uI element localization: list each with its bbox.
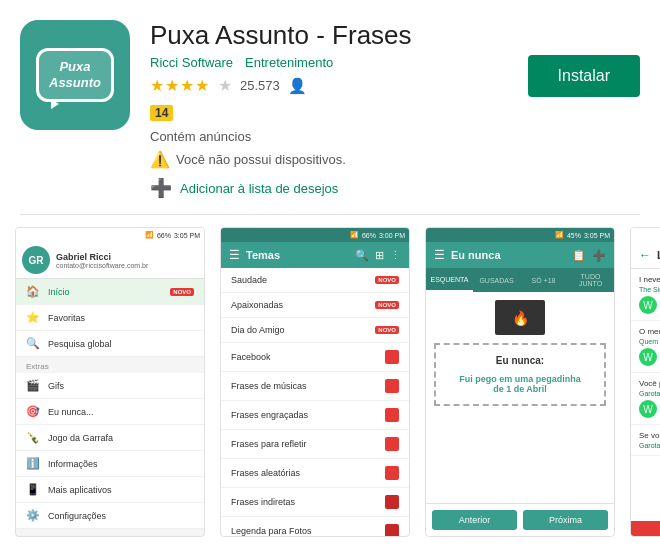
btn-proxima[interactable]: Próxima bbox=[523, 510, 608, 530]
ss2-title: Temas bbox=[246, 249, 349, 261]
tab-tudo[interactable]: TUDO JUNTO bbox=[567, 268, 614, 292]
app-info: Puxa Assunto - Frases Ricci Software Ent… bbox=[150, 20, 508, 199]
ads-row: Contém anúncios bbox=[150, 129, 508, 144]
warning-text: Você não possui dispositivos. bbox=[176, 152, 346, 167]
more-icon-ss2[interactable]: ⋮ bbox=[390, 249, 401, 262]
wishlist-text: Adicionar à lista de desejos bbox=[180, 181, 338, 196]
age-badge: 14 bbox=[150, 105, 173, 121]
wishlist-row[interactable]: ➕ Adicionar à lista de desejos bbox=[150, 177, 508, 199]
ss4-icons-row-1: W f bbox=[639, 296, 660, 314]
ss1-pesquisa-label: Pesquisa global bbox=[48, 339, 112, 349]
star-icon: ⭐ bbox=[26, 311, 40, 324]
tab-esquenta[interactable]: ESQUENTA bbox=[426, 268, 473, 292]
screenshots-section: 📶 66% 3:05 PM GR Gabriel Ricci contato@r… bbox=[0, 215, 660, 537]
ss2-red-badge-indiretas bbox=[385, 495, 399, 509]
info-icon: ℹ️ bbox=[26, 457, 40, 470]
tab-gusadas[interactable]: GUSADAS bbox=[473, 268, 520, 292]
ss3-content: 🔥 Eu nunca: Fui pego em uma pegadinhade … bbox=[426, 292, 614, 414]
ss3-status-bar: 📶 45% 3:05 PM bbox=[426, 228, 614, 242]
ss2-item-saudade[interactable]: Saudade NOVO bbox=[221, 268, 409, 293]
whatsapp-icon-2[interactable]: W bbox=[639, 348, 657, 366]
ss1-menu-inicio[interactable]: 🏠 Início NOVO bbox=[16, 279, 204, 305]
ads-label: Contém anúncios bbox=[150, 129, 251, 144]
category-link[interactable]: Entretenimento bbox=[245, 55, 333, 70]
ss2-item-musicas[interactable]: Frases de músicas bbox=[221, 372, 409, 401]
ss1-menu-mais[interactable]: 📱 Mais aplicativos bbox=[16, 477, 204, 503]
hamburger-icon: ☰ bbox=[229, 248, 240, 262]
ss2-red-badge-aleatorias bbox=[385, 466, 399, 480]
ss3-thumb: 🔥 bbox=[495, 300, 545, 335]
install-button[interactable]: Instalar bbox=[528, 55, 640, 97]
ss3-title: Eu nunca bbox=[451, 249, 566, 261]
home-icon: 🏠 bbox=[26, 285, 40, 298]
ss1-config-label: Configurações bbox=[48, 511, 106, 521]
ss1-inicio-label: Início bbox=[48, 287, 70, 297]
ss4-item-2[interactable]: O medo é a desculpa que sempre dá. Quem … bbox=[631, 321, 660, 373]
btn-anterior[interactable]: Anterior bbox=[432, 510, 517, 530]
ss1-menu-config[interactable]: ⚙️ Configurações bbox=[16, 503, 204, 529]
ss4-offer[interactable]: aproveite as oferta bbox=[631, 521, 660, 536]
whatsapp-icon-3[interactable]: W bbox=[639, 400, 657, 418]
ss1-menu-eununca[interactable]: 🎯 Eu nunca... bbox=[16, 399, 204, 425]
ss4-item-4[interactable]: Se você quiser o amo passar pela dor Gar… bbox=[631, 425, 660, 456]
screenshot-1: 📶 66% 3:05 PM GR Gabriel Ricci contato@r… bbox=[15, 227, 205, 537]
ss4-item-2-author: Quem é você, alesta? bbox=[639, 338, 660, 345]
ss2-item-refletir[interactable]: Frases para refletir bbox=[221, 430, 409, 459]
back-icon-ss3[interactable]: ☰ bbox=[434, 248, 445, 262]
fire-icon: 🔥 bbox=[512, 310, 529, 326]
ss4-item-1[interactable]: I never make excepti disproves the rule … bbox=[631, 269, 660, 321]
ss1-extras-label: Extras bbox=[16, 357, 204, 373]
ss1-mais-label: Mais aplicativos bbox=[48, 485, 112, 495]
ss4-item-4-author: Garota de Papel bbox=[639, 442, 660, 449]
screenshot-2: 📶 66% 3:00 PM ☰ Temas 🔍 ⊞ ⋮ Saudade NOVO… bbox=[220, 227, 410, 537]
ss1-menu-favoritas[interactable]: ⭐ Favoritas bbox=[16, 305, 204, 331]
ss2-item-engracadas[interactable]: Frases engraçadas bbox=[221, 401, 409, 430]
ss4-item-3[interactable]: Você pode me machi mas eu ainda amarei G… bbox=[631, 373, 660, 425]
more-icon-ss3[interactable]: ➕ bbox=[592, 249, 606, 262]
app-header: Puxa Assunto Puxa Assunto - Frases Ricci… bbox=[0, 0, 660, 214]
ss2-red-badge-legenda bbox=[385, 524, 399, 537]
ss3-card-title: Eu nunca: bbox=[446, 355, 594, 366]
half-star: ★ bbox=[218, 76, 232, 95]
back-icon-ss4[interactable]: ← bbox=[639, 248, 651, 262]
ss2-item-apaixonadas[interactable]: Apaixonadas NOVO bbox=[221, 293, 409, 318]
ss1-menu-pesquisa[interactable]: 🔍 Pesquisa global bbox=[16, 331, 204, 357]
ss1-user-info: Gabriel Ricci contato@riccisoftware.com.… bbox=[56, 252, 198, 269]
ss4-status-bar: 📶 66% 3:05 PM bbox=[631, 228, 660, 242]
ss4-item-4-text: Se você quiser o amo passar pela dor bbox=[639, 431, 660, 440]
tab-so18[interactable]: SÓ +18 bbox=[520, 268, 567, 292]
search-icon-ss2[interactable]: 🔍 bbox=[355, 249, 369, 262]
ss2-item-indiretas[interactable]: Frases indiretas bbox=[221, 488, 409, 517]
ss4-icons-row-3: W f bbox=[639, 400, 660, 418]
copy-icon-ss3[interactable]: 📋 bbox=[572, 249, 586, 262]
rating-row: ★★★★★ 25.573 👤 bbox=[150, 76, 508, 95]
app-icon: Puxa Assunto bbox=[20, 20, 130, 130]
ss1-username: Gabriel Ricci bbox=[56, 252, 198, 262]
ss1-menu-gifs[interactable]: 🎬 Gifs bbox=[16, 373, 204, 399]
warning-row: ⚠️ Você não possui dispositivos. bbox=[150, 150, 508, 169]
eununca-icon: 🎯 bbox=[26, 405, 40, 418]
ss4-icons-row-2: W f bbox=[639, 348, 660, 366]
screenshot-3: 📶 45% 3:05 PM ☰ Eu nunca 📋 ➕ ESQUENTA GU… bbox=[425, 227, 615, 537]
developer-link[interactable]: Ricci Software bbox=[150, 55, 233, 70]
stars: ★★★★ bbox=[150, 76, 210, 95]
ss2-red-badge-refletir bbox=[385, 437, 399, 451]
ss2-item-legenda[interactable]: Legenda para Fotos bbox=[221, 517, 409, 537]
ss2-header: ☰ Temas 🔍 ⊞ ⋮ bbox=[221, 242, 409, 268]
mais-icon: 📱 bbox=[26, 483, 40, 496]
gifs-icon: 🎬 bbox=[26, 379, 40, 392]
wishlist-icon: ➕ bbox=[150, 177, 172, 199]
grid-icon-ss2[interactable]: ⊞ bbox=[375, 249, 384, 262]
ss1-menu-info[interactable]: ℹ️ Informações bbox=[16, 451, 204, 477]
user-icon: 👤 bbox=[288, 77, 307, 95]
ss4-item-3-text: Você pode me machi mas eu ainda amarei bbox=[639, 379, 660, 388]
ss1-menu-garrafa[interactable]: 🍾 Jogo da Garrafa bbox=[16, 425, 204, 451]
whatsapp-icon-1[interactable]: W bbox=[639, 296, 657, 314]
ss2-item-facebook[interactable]: Facebook bbox=[221, 343, 409, 372]
ss1-email: contato@riccisoftware.com.br bbox=[56, 262, 198, 269]
ss2-item-aleatorias[interactable]: Frases aleatórias bbox=[221, 459, 409, 488]
ss2-red-badge-facebook bbox=[385, 350, 399, 364]
ss2-item-diamigo[interactable]: Dia do Amigo NOVO bbox=[221, 318, 409, 343]
app-title: Puxa Assunto - Frases bbox=[150, 20, 508, 51]
ss4-item-3-author: Garota de Papel bbox=[639, 390, 660, 397]
